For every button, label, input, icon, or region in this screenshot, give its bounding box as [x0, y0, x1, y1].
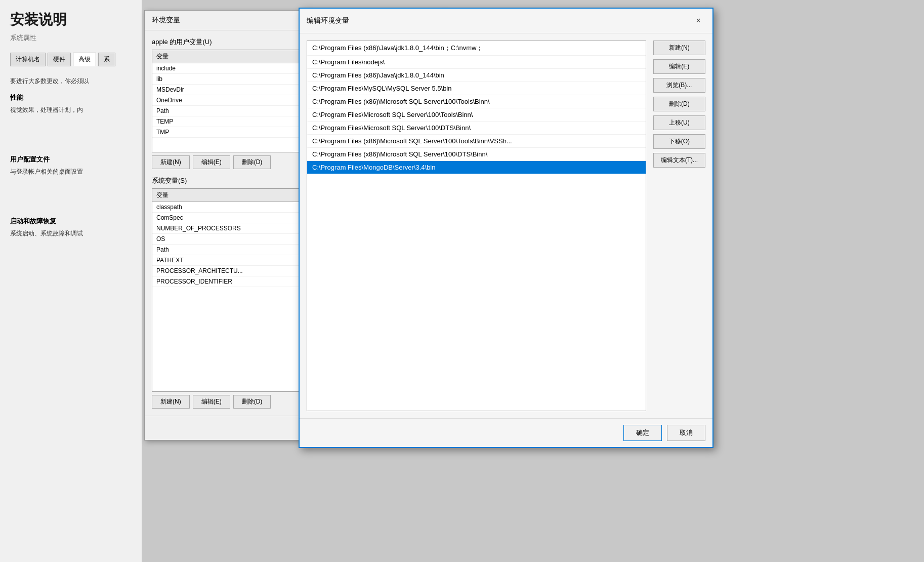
path-entry[interactable]: C:\Program Files\Microsoft SQL Server\10…	[307, 122, 646, 135]
startup-title: 启动和故障恢复	[10, 217, 132, 226]
performance-title: 性能	[10, 93, 132, 102]
edit-env-list[interactable]: C:\Program Files (x86)\Java\jdk1.8.0_144…	[307, 41, 646, 411]
user-profile-content: 与登录帐户相关的桌面设置	[10, 167, 132, 176]
edit-action-btn[interactable]: 编辑文本(T)...	[653, 153, 705, 168]
close-button[interactable]: ×	[691, 14, 705, 28]
edit-action-btn[interactable]: 编辑(E)	[653, 59, 705, 74]
sys-new-btn[interactable]: 新建(N)	[152, 395, 190, 409]
tab-advanced[interactable]: 高级	[73, 53, 96, 66]
path-entry[interactable]: C:\Program Files (x86)\Microsoft SQL Ser…	[307, 95, 646, 108]
system-properties-panel: 安装说明 系统属性 计算机名 硬件 高级 系 要进行大多数更改，你必须以 性能 …	[0, 0, 142, 562]
edit-action-btn[interactable]: 新建(N)	[653, 41, 705, 55]
startup-content: 系统启动、系统故障和调试	[10, 229, 132, 238]
edit-action-btn[interactable]: 删除(D)	[653, 97, 705, 111]
section-startup: 启动和故障恢复 系统启动、系统故障和调试	[10, 217, 132, 238]
tab-hardware[interactable]: 硬件	[48, 53, 71, 66]
edit-confirm-btn[interactable]: 确定	[623, 425, 662, 441]
section-performance: 要进行大多数更改，你必须以 性能 视觉效果，处理器计划，内	[10, 76, 132, 114]
edit-cancel-btn[interactable]: 取消	[667, 425, 705, 441]
sys-delete-btn[interactable]: 删除(D)	[233, 395, 271, 409]
edit-env-titlebar: 编辑环境变量 ×	[300, 9, 712, 33]
edit-env-bottom-buttons: 确定 取消	[300, 418, 712, 447]
path-entry[interactable]: C:\Program Files\MySQL\MySQL Server 5.5\…	[307, 82, 646, 95]
path-entry[interactable]: C:\Program Files (x86)\Microsoft SQL Ser…	[307, 135, 646, 148]
edit-env-action-buttons: 新建(N)编辑(E)浏览(B)...删除(D)上移(U)下移(O)编辑文本(T)…	[653, 33, 712, 418]
sys-edit-btn[interactable]: 编辑(E)	[193, 395, 230, 409]
edit-env-list-section: C:\Program Files (x86)\Java\jdk1.8.0_144…	[300, 33, 653, 418]
path-entry[interactable]: C:\Program Files\nodejs\	[307, 56, 646, 69]
path-entry[interactable]: C:\Program Files (x86)\Java\jdk1.8.0_144…	[307, 41, 646, 56]
path-entry[interactable]: C:\Program Files\Microsoft SQL Server\10…	[307, 108, 646, 122]
env-vars-title: 环境变量	[152, 16, 180, 24]
user-delete-btn[interactable]: 删除(D)	[233, 155, 271, 169]
edit-action-btn[interactable]: 浏览(B)...	[653, 78, 705, 93]
path-entry[interactable]: C:\Program Files (x86)\Java\jdk1.8.0_144…	[307, 69, 646, 82]
tabs-container: 计算机名 硬件 高级 系	[10, 53, 132, 66]
panel-title: 安装说明	[10, 10, 132, 29]
edit-env-dialog: 编辑环境变量 × C:\Program Files (x86)\Java\jdk…	[299, 8, 713, 448]
performance-desc: 要进行大多数更改，你必须以	[10, 76, 132, 86]
user-new-btn[interactable]: 新建(N)	[152, 155, 190, 169]
performance-content: 视觉效果，处理器计划，内	[10, 105, 132, 114]
edit-env-body: C:\Program Files (x86)\Java\jdk1.8.0_144…	[300, 33, 712, 418]
edit-env-title: 编辑环境变量	[307, 16, 349, 25]
tab-computer-name[interactable]: 计算机名	[10, 53, 46, 66]
panel-subtitle: 系统属性	[10, 33, 132, 43]
tab-other[interactable]: 系	[98, 53, 115, 66]
user-edit-btn[interactable]: 编辑(E)	[193, 155, 230, 169]
path-entry[interactable]: C:\Program Files (x86)\Microsoft SQL Ser…	[307, 148, 646, 161]
edit-action-btn[interactable]: 下移(O)	[653, 134, 705, 149]
user-profile-title: 用户配置文件	[10, 155, 132, 164]
edit-action-btn[interactable]: 上移(U)	[653, 115, 705, 130]
path-entry[interactable]: C:\Program Files\MongoDB\Server\3.4\bin	[307, 161, 646, 174]
section-user-profile: 用户配置文件 与登录帐户相关的桌面设置	[10, 155, 132, 176]
